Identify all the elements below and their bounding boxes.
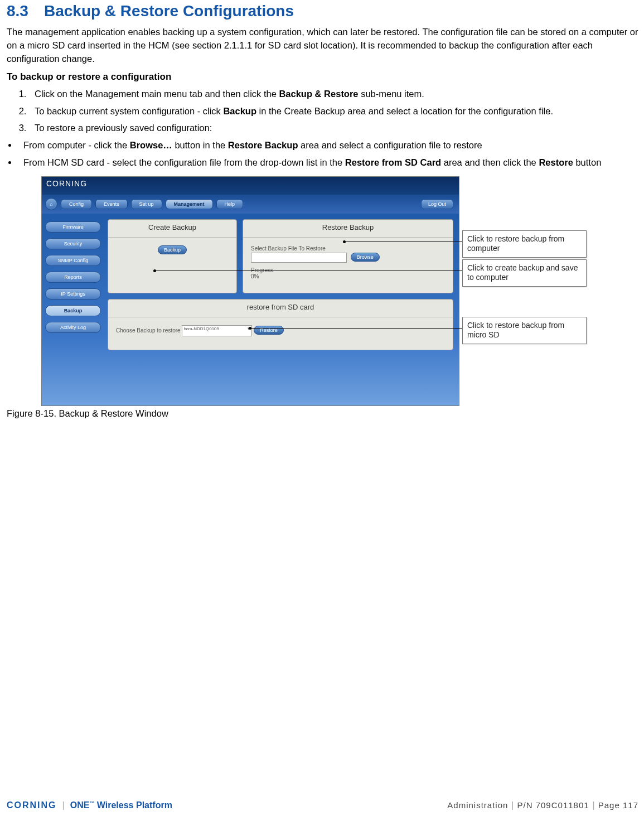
intro-paragraph: The management application enables backi… — [7, 26, 638, 66]
section-title-text: Backup & Restore Configurations — [44, 2, 294, 20]
sd-file-select[interactable]: hcm-NDD1Q0109 — [182, 325, 252, 336]
footer-brand: CORNING — [7, 800, 57, 810]
bullet-computer: From computer - click the Browse… button… — [18, 138, 638, 152]
restore-sd-title: restore from SD card — [108, 300, 453, 317]
callout-create-backup: Click to create backup and save to compu… — [462, 259, 587, 287]
sidebar: Firmware Security SNMP Config Reports IP… — [42, 216, 104, 405]
callout-line-2 — [154, 271, 462, 271]
step-2: To backup current system configuration -… — [29, 104, 638, 118]
restore-backup-panel: Restore Backup Select Backup File To Res… — [243, 219, 453, 293]
sidebar-item-snmp[interactable]: SNMP Config — [45, 255, 101, 266]
sidebar-item-reports[interactable]: Reports — [45, 272, 101, 283]
section-heading: 8.3Backup & Restore Configurations — [7, 2, 638, 20]
figure-caption: Figure 8-15. Backup & Restore Window — [7, 408, 638, 419]
logout-button[interactable]: Log Out — [421, 199, 453, 209]
callout-restore-sd: Click to restore backup from micro SD — [462, 317, 587, 344]
app-window: CORNING ⌂ Config Events Set up Managemen… — [41, 176, 459, 406]
step-1: Click on the Management main menu tab an… — [29, 87, 638, 101]
footer-pn: P/N 709C011801 — [517, 800, 589, 810]
restore-sd-panel: restore from SD card Choose Backup to re… — [108, 299, 453, 350]
procedure-heading: To backup or restore a configuration — [7, 71, 638, 83]
sidebar-item-security[interactable]: Security — [45, 238, 101, 249]
select-file-label: Select Backup File To Restore — [251, 245, 445, 252]
sub-bullets: From computer - click the Browse… button… — [18, 138, 638, 170]
create-backup-title: Create Backup — [108, 220, 236, 237]
step-3: To restore a previously saved configurat… — [29, 121, 638, 135]
sidebar-item-activitylog[interactable]: Activity Log — [45, 322, 101, 333]
create-backup-panel: Create Backup Backup — [108, 219, 237, 293]
tab-management[interactable]: Management — [166, 199, 213, 209]
main-tabbar: ⌂ Config Events Set up Management Help L… — [42, 195, 459, 214]
tab-setup[interactable]: Set up — [131, 199, 162, 209]
tab-config[interactable]: Config — [61, 199, 92, 209]
section-number: 8.3 — [7, 2, 28, 20]
restore-backup-title: Restore Backup — [243, 220, 453, 237]
restore-file-input[interactable] — [251, 253, 347, 263]
procedure-steps: Click on the Management main menu tab an… — [29, 87, 638, 135]
tab-events[interactable]: Events — [95, 199, 128, 209]
page-footer: CORNING | ONE™ Wireless Platform Adminis… — [7, 800, 638, 810]
content-area: Create Backup Backup Restore Backup Sele… — [104, 216, 459, 405]
progress-value: 0% — [251, 273, 445, 279]
backup-button[interactable]: Backup — [158, 245, 187, 254]
choose-backup-label: Choose Backup to restore — [116, 327, 181, 333]
callout-line-3 — [249, 328, 462, 329]
app-brand: CORNING — [42, 177, 459, 195]
sidebar-item-backup[interactable]: Backup — [45, 305, 101, 316]
footer-page: Page 117 — [598, 800, 638, 810]
tab-help[interactable]: Help — [216, 199, 244, 209]
figure-screenshot: CORNING ⌂ Config Events Set up Managemen… — [41, 176, 582, 406]
footer-section: Administration — [447, 800, 508, 810]
bullet-sdcard: From HCM SD card - select the configurat… — [18, 156, 638, 170]
callout-restore-computer: Click to restore backup from computer — [462, 230, 587, 258]
callout-line-1 — [343, 242, 462, 242]
browse-button[interactable]: Browse — [351, 253, 380, 262]
sidebar-item-firmware[interactable]: Firmware — [45, 221, 101, 233]
home-icon[interactable]: ⌂ — [45, 198, 57, 210]
footer-platform: ONE™ Wireless Platform — [70, 800, 172, 810]
sidebar-item-ipsettings[interactable]: IP Settings — [45, 288, 101, 300]
